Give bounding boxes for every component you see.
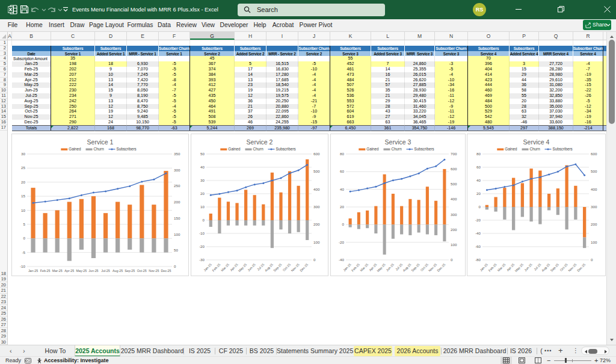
cell-P17[interactable]: 297 <box>510 125 539 131</box>
bar-gained[interactable] <box>152 205 156 238</box>
chart-service-4[interactable]: Service 4GainedChurnSubscribers-80-60-40… <box>467 134 606 276</box>
vertical-scroll-thumb[interactable] <box>609 40 615 124</box>
ribbon-tab-home[interactable]: Home <box>25 19 43 31</box>
more-sheets-button[interactable]: ••• <box>544 345 552 357</box>
bar-churn[interactable] <box>43 238 48 252</box>
cell-C1[interactable] <box>51 40 95 46</box>
bar-churn[interactable] <box>288 220 291 233</box>
cell-F1[interactable] <box>159 40 190 46</box>
bar-churn[interactable] <box>529 207 532 221</box>
select-all-corner[interactable] <box>0 32 8 40</box>
line-subscribers[interactable] <box>33 173 166 203</box>
cell-Q1[interactable] <box>539 40 573 46</box>
bar-churn[interactable] <box>116 238 120 252</box>
cell-K17[interactable]: 6,450 <box>330 125 371 131</box>
bar-churn[interactable] <box>374 224 377 233</box>
bar-churn[interactable] <box>152 238 156 252</box>
bar-gained[interactable] <box>357 212 360 225</box>
sheet-tab-cf-2025[interactable]: CF 2025 <box>215 345 247 357</box>
ribbon-tab-draw[interactable]: Draw <box>69 19 85 31</box>
horizontal-scroll-thumb[interactable] <box>588 349 597 354</box>
bar-churn[interactable] <box>574 207 577 220</box>
legend-item-gained[interactable]: Gained <box>61 147 81 151</box>
row-header-28[interactable]: 28 <box>0 328 7 334</box>
bar-churn[interactable] <box>244 220 247 226</box>
sheet-tab-2025-accounts[interactable]: 2025 Accounts <box>75 345 120 357</box>
ribbon-tab-formulas[interactable]: Formulas <box>126 19 154 31</box>
cell-E1[interactable] <box>127 40 159 46</box>
column-headers[interactable]: ABCDEFGHIJKLMNOPQR <box>0 32 606 40</box>
bar-gained[interactable] <box>116 202 120 238</box>
ribbon-tab-file[interactable]: File <box>6 19 19 31</box>
bar-churn[interactable] <box>408 224 411 235</box>
bar-churn[interactable] <box>556 207 559 215</box>
cell-B1[interactable] <box>12 40 51 46</box>
legend-item-churn[interactable]: Churn <box>86 147 105 151</box>
ribbon-tab-acrobat[interactable]: Acrobat <box>271 19 295 31</box>
column-header-E[interactable]: E <box>127 32 159 40</box>
horizontal-scrollbar[interactable] <box>581 347 609 355</box>
bar-churn[interactable] <box>349 224 352 227</box>
cell-M17[interactable]: 354,750 <box>405 125 435 131</box>
legend-item-subscribers[interactable]: Subscribers <box>268 147 296 151</box>
bar-churn[interactable] <box>262 220 265 226</box>
row-headers[interactable]: 1234567891011121314151617181920212223242… <box>0 40 8 345</box>
cell-L17[interactable]: 361 <box>371 125 405 131</box>
chart-service-1[interactable]: Service 1GainedChurnSubscribers-10-50510… <box>11 134 189 276</box>
bar-gained[interactable] <box>547 194 550 207</box>
column-header-L[interactable]: L <box>371 32 405 40</box>
column-header-C[interactable]: C <box>51 32 95 40</box>
cell-I17[interactable]: 235,980 <box>266 125 298 131</box>
status-accessibility[interactable]: Accessibility: Investigate <box>44 357 109 363</box>
bar-gained[interactable] <box>218 198 221 220</box>
ribbon-tab-page-layout[interactable]: Page Layout <box>89 19 123 31</box>
bar-gained[interactable] <box>556 188 559 207</box>
vertical-scrollbar[interactable] <box>606 32 616 345</box>
bar-churn[interactable] <box>434 224 437 235</box>
ribbon-tab-view[interactable]: View <box>200 19 216 31</box>
bar-churn[interactable] <box>512 207 515 230</box>
legend-item-subscribers[interactable]: Subscribers <box>109 147 137 151</box>
ribbon-tab-help[interactable]: Help <box>252 19 268 31</box>
bar-gained[interactable] <box>227 202 230 220</box>
restore-button[interactable] <box>547 0 574 19</box>
ribbon-tab-data[interactable]: Data <box>156 19 172 31</box>
customize-quick-access-icon[interactable] <box>62 7 69 13</box>
cell-I1[interactable] <box>266 40 298 46</box>
column-header-H[interactable]: H <box>235 32 266 40</box>
bar-gained[interactable] <box>583 207 586 238</box>
bar-churn[interactable] <box>485 207 488 209</box>
bar-gained[interactable] <box>512 178 515 207</box>
cell-J1[interactable] <box>298 40 330 46</box>
bar-churn[interactable] <box>140 238 144 252</box>
bar-gained[interactable] <box>503 188 506 207</box>
zoom-in-button[interactable]: + <box>594 357 598 364</box>
bar-churn[interactable] <box>366 224 369 228</box>
cell-R1[interactable] <box>573 40 603 46</box>
bar-gained[interactable] <box>400 206 403 225</box>
row-header-25[interactable]: 25 <box>0 310 7 316</box>
zoom-slider[interactable] <box>554 360 591 361</box>
legend-item-churn[interactable]: Churn <box>384 147 402 151</box>
cell-N17[interactable]: -146 <box>435 125 468 131</box>
bar-churn[interactable] <box>271 220 274 248</box>
bar-gained[interactable] <box>392 194 395 224</box>
bar-gained[interactable] <box>164 171 168 238</box>
bar-gained[interactable] <box>91 196 96 238</box>
cell-B17[interactable]: Totals <box>12 125 51 131</box>
bar-churn[interactable] <box>565 207 568 229</box>
cell-C17[interactable]: 2,822 <box>51 125 95 131</box>
minimize-button[interactable] <box>505 0 532 19</box>
bar-gained[interactable] <box>443 169 446 224</box>
bar-churn[interactable] <box>235 220 238 226</box>
bar-gained[interactable] <box>279 193 282 220</box>
chart-service-3[interactable]: Service 3GainedChurnSubscribers-40-20020… <box>330 134 466 276</box>
bar-churn[interactable] <box>503 207 506 220</box>
column-header-I[interactable]: I <box>266 32 298 40</box>
cell-K1[interactable] <box>330 40 371 46</box>
bar-gained[interactable] <box>244 190 247 220</box>
bar-churn[interactable] <box>392 224 395 238</box>
bar-churn[interactable] <box>357 224 360 229</box>
bar-churn[interactable] <box>103 238 108 252</box>
sheet-tab-how-to[interactable]: How To <box>36 345 75 357</box>
